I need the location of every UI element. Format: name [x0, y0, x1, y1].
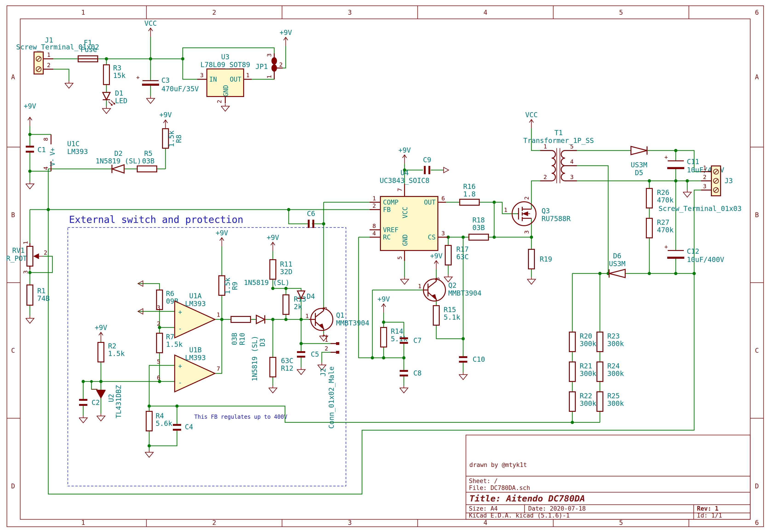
svg-text:3: 3 [266, 53, 273, 57]
component-r16-resistor[interactable]: R16 1.8 [460, 182, 479, 205]
value-label: 74B [37, 294, 50, 302]
component-r12-resistor[interactable]: 63C R12 [270, 357, 293, 377]
component-r8-resistor[interactable]: 1.5k R8 [163, 129, 183, 148]
component-c6-capacitor[interactable]: C6 [307, 210, 315, 228]
ref-label: C6 [307, 210, 315, 218]
value-label: US3M [631, 161, 647, 169]
pin-name-rc: RC [383, 233, 391, 241]
svg-text:3: 3 [200, 72, 203, 79]
frame-row-label: C [755, 347, 759, 354]
ref-label: R15 [444, 306, 456, 314]
ref-label: D3 [258, 338, 266, 347]
component-f1-fuse[interactable]: F1 Fuse [78, 39, 98, 62]
value-label: 03B [472, 224, 485, 232]
component-c10-capacitor[interactable]: C10 [459, 355, 485, 363]
svg-text:8: 8 [43, 137, 49, 141]
pin-name-vref: VREF [383, 226, 398, 234]
component-c2-capacitor[interactable]: C2 [79, 398, 100, 407]
svg-text:1: 1 [246, 72, 249, 79]
value-label: 63C [456, 253, 469, 261]
p9v-label: +9V [24, 102, 36, 110]
component-r13-resistor[interactable]: R13 2k [283, 295, 306, 314]
value-label: LM393 [185, 354, 206, 362]
value-label: MMBT3904 [448, 289, 482, 297]
plus-mark: + [664, 243, 668, 250]
component-d3-diode[interactable]: 1N5819 (SL) D3 [251, 315, 266, 381]
component-r27-resistor[interactable]: R27 470k [646, 218, 673, 238]
component-r23-resistor[interactable]: R23 300k [597, 332, 624, 352]
ref-label: R5 [144, 149, 152, 157]
value-label: 1N5819 (SL) [96, 157, 141, 165]
component-r2-resistor[interactable]: R2 1.5k [98, 342, 125, 362]
component-r1-resistor[interactable]: R1 74B [27, 285, 50, 305]
component-r9-resistor[interactable]: 1.5k R9 [219, 276, 239, 295]
ref-label: R24 [607, 362, 620, 370]
opamp-minus: - [178, 379, 182, 387]
value-label: 03B [142, 157, 154, 165]
component-q1-transistor[interactable]: 3 1 2 Q1 MMBT3904 [305, 307, 369, 338]
ref-label: C1 [37, 146, 46, 154]
svg-text:7: 7 [396, 188, 403, 191]
component-c9-capacitor[interactable]: C9 [423, 156, 431, 174]
component-r21-resistor[interactable]: R21 300k [569, 362, 596, 381]
component-r18-resistor[interactable]: R18 03B [469, 216, 488, 240]
component-r11-resistor[interactable]: R11 32D [270, 260, 292, 279]
component-jp1-jumper[interactable]: 3 2 1 JP1 [255, 53, 283, 79]
frame-col-label: 3 [348, 519, 352, 526]
component-d5-diode[interactable]: US3M D5 [631, 146, 647, 177]
frame-row-label: D [11, 482, 15, 490]
ref-label: D6 [613, 252, 621, 260]
junction-dots [28, 57, 696, 447]
ref-label: C8 [413, 369, 422, 377]
svg-text:2: 2 [703, 174, 706, 180]
component-r4-resistor[interactable]: R4 5.6k [146, 411, 172, 431]
component-u4-uc3843[interactable]: 1 2 8 4 6 3 7 5 COMP FB VREF RC OUT CS V… [370, 169, 448, 261]
component-r3-resistor[interactable]: R3 15k [103, 64, 125, 85]
ref-label: R23 [607, 332, 620, 340]
component-r10-resistor[interactable]: 03B R10 [230, 316, 251, 345]
component-c5-capacitor[interactable]: C5 [297, 350, 319, 358]
component-d6-diode[interactable]: D6 US3M [609, 252, 625, 278]
value-label: 1N5819 (SL) [244, 279, 290, 287]
svg-text:7: 7 [217, 365, 220, 372]
component-r14-resistor[interactable]: R14 5.1k [381, 327, 407, 347]
component-c8-capacitor[interactable]: C8 [400, 369, 422, 377]
component-u1b-opamp[interactable]: + - 5 6 7 U1B LM393 [157, 346, 220, 392]
component-c1-capacitor[interactable]: C1 [26, 146, 46, 154]
component-c4-capacitor[interactable]: C4 [173, 423, 193, 431]
component-r24-resistor[interactable]: R24 300k [597, 362, 624, 381]
component-c3-capacitor[interactable]: + C3 470uF/35V [136, 74, 199, 93]
component-r17-resistor[interactable]: R17 63C [445, 245, 469, 265]
value-label: 300k [580, 340, 596, 348]
ref-label: J3 [724, 177, 733, 185]
component-u1c-opamp-power[interactable]: 8 4 V+ V- U1C LM393 [43, 134, 88, 171]
component-r25-resistor[interactable]: R25 300k [597, 392, 624, 411]
value-label: 300k [607, 340, 624, 348]
p9v-label: +9V [430, 252, 442, 260]
component-r20-resistor[interactable]: R20 300k [569, 332, 596, 352]
ref-label: C7 [413, 336, 422, 344]
ref-label: R22 [580, 392, 592, 400]
component-t1-transformer[interactable]: 1 2 5 4 3 T1 Transformer_1P_SS [523, 129, 594, 183]
component-r22-resistor[interactable]: R22 300k [569, 392, 596, 411]
component-q2-transistor[interactable]: 3 1 2 Q2 MMBT3904 [418, 277, 481, 308]
frame-col-label: 4 [484, 9, 488, 16]
ref-label: R7 [166, 333, 174, 341]
value-label: Conn_01x02_Male [327, 367, 336, 429]
value-label: 300k [580, 399, 596, 407]
component-r15-resistor[interactable]: R15 5.1k [433, 306, 460, 325]
p9v-label: +9V [95, 324, 107, 332]
component-d2-diode[interactable]: D2 1N5819 (SL) [96, 149, 141, 173]
file-label: File: DC780DA.sch [469, 484, 530, 491]
value-label: US3M [609, 260, 625, 268]
component-rv1-potentiometer[interactable]: 1 2 3 RV1 R_POT [6, 241, 47, 274]
component-u3-regulator[interactable]: 3 1 2 IN OUT GND U3 L78L09_SOT89 [197, 53, 252, 103]
opamp-minus: - [178, 325, 182, 333]
pin-name-gnd: GND [401, 234, 409, 246]
component-q3-mosfet[interactable]: 1 2 3 Q3 RU7588R [504, 196, 571, 234]
component-r19-resistor[interactable]: R19 [528, 249, 552, 269]
svg-text:3: 3 [434, 277, 441, 281]
svg-text:1: 1 [418, 283, 421, 290]
frame-row-label: D [755, 482, 759, 490]
component-j2-connector[interactable]: 1 2 J2 Conn_01x02_Male [319, 336, 339, 429]
